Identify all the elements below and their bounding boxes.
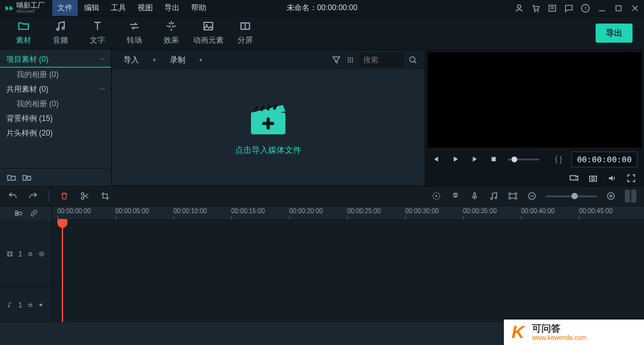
lock-icon[interactable] [27, 250, 33, 258]
search-input[interactable] [359, 53, 404, 67]
tree-project-media[interactable]: 项目素材 (0)﹀ [0, 52, 111, 67]
marker-icon[interactable] [450, 191, 461, 201]
tree-bg-samples[interactable]: 背景样例 (15) [0, 111, 111, 126]
tree-label: 共用素材 (0) [6, 84, 48, 95]
chevron-down-icon: ﹀ [99, 55, 106, 64]
volume-icon[interactable] [607, 173, 617, 183]
fullscreen-icon[interactable] [626, 173, 636, 183]
tree-intro-samples[interactable]: 片头样例 (20) [0, 126, 111, 141]
tab-audio[interactable]: 音频 [42, 17, 79, 48]
svg-point-11 [350, 59, 351, 60]
tab-label: 转场 [127, 35, 142, 46]
news-icon[interactable] [547, 3, 557, 13]
audio-track-body[interactable] [52, 288, 644, 321]
svg-rect-19 [570, 176, 576, 180]
zoom-fit-icon[interactable] [508, 191, 518, 201]
play-icon[interactable] [450, 154, 461, 164]
filter-icon[interactable] [331, 55, 341, 65]
svg-point-12 [352, 59, 353, 60]
volume-slider[interactable] [508, 158, 540, 160]
main-menu: 文件 编辑 工具 视图 导出 帮助 [52, 0, 211, 16]
titlebar: 喵影工厂 filmora9 文件 编辑 工具 视图 导出 帮助 未命名：00:0… [0, 0, 644, 17]
message-icon[interactable] [564, 3, 574, 13]
menu-file[interactable]: 文件 [52, 0, 78, 16]
lock-icon[interactable] [27, 301, 33, 309]
tab-transition[interactable]: 转场 [116, 17, 153, 48]
sparkle-icon [165, 20, 178, 32]
timeline-ruler[interactable]: 00:00:00:0000:00:05:0000:00:10:0000:00:1… [52, 206, 644, 220]
tree-shared-media[interactable]: 共用素材 (0)﹀ [0, 82, 111, 97]
tree-shared-album[interactable]: 我的相册 (0) [0, 97, 111, 111]
next-frame-icon[interactable] [469, 154, 480, 164]
new-folder-icon[interactable] [6, 172, 17, 183]
minimize-icon[interactable] [597, 3, 607, 13]
crop-icon[interactable] [100, 191, 110, 201]
menu-edit[interactable]: 编辑 [79, 0, 104, 16]
speaker-icon[interactable] [38, 300, 45, 309]
quality-icon[interactable] [569, 173, 579, 183]
menu-help[interactable]: 帮助 [186, 0, 211, 16]
svg-rect-3 [616, 6, 621, 11]
cart-icon[interactable] [531, 3, 541, 13]
playhead[interactable] [62, 220, 63, 322]
record-dropdown[interactable]: 录制▾ [165, 52, 208, 68]
audio-mixer-icon[interactable] [489, 191, 499, 201]
music-icon [54, 20, 67, 32]
menu-export[interactable]: 导出 [159, 0, 185, 16]
link-icon[interactable] [29, 209, 38, 218]
close-icon[interactable] [630, 3, 640, 13]
maximize-icon[interactable] [613, 3, 624, 13]
stop-icon[interactable] [489, 154, 499, 164]
menu-view[interactable]: 视图 [132, 0, 158, 16]
ruler-tick: 00:00:40:00 [521, 208, 578, 215]
prev-frame-icon[interactable] [431, 154, 441, 164]
ruler-tick: 00:00:20:00 [289, 208, 347, 215]
delete-icon[interactable] [59, 191, 69, 201]
watermark-k-icon: K [508, 322, 528, 342]
watermark-url: www.kewenda.com [532, 334, 587, 341]
watermark-brand: 可问答 [532, 323, 587, 334]
import-dropdown[interactable]: 导入▾ [118, 52, 161, 68]
media-drop-zone[interactable]: 点击导入媒体文件 [112, 69, 424, 185]
in-out-display: { } [555, 155, 562, 164]
svg-point-13 [348, 61, 349, 62]
cut-icon[interactable] [80, 191, 90, 201]
zoom-out-icon[interactable] [527, 191, 537, 201]
watermark: K 可问答 www.kewenda.com [504, 320, 644, 345]
redo-icon[interactable] [28, 191, 38, 201]
search-icon[interactable] [408, 55, 418, 65]
trash-folder-icon[interactable] [22, 172, 32, 183]
note-icon [6, 300, 13, 309]
svg-point-21 [592, 178, 594, 180]
svg-rect-26 [510, 194, 515, 199]
ruler-tick: 00:00:30:00 [405, 208, 462, 215]
export-button[interactable]: 导出 [596, 24, 633, 43]
voiceover-icon[interactable] [469, 191, 480, 201]
timeline-tracks: 1 1 [0, 220, 644, 322]
video-track-body[interactable] [52, 220, 644, 287]
svg-point-7 [348, 57, 349, 59]
grid-icon[interactable] [345, 55, 355, 65]
chevron-down-icon: ▾ [199, 57, 203, 63]
user-icon[interactable] [514, 3, 524, 13]
timeline-view-icon[interactable] [625, 190, 636, 202]
render-icon[interactable] [431, 191, 441, 201]
tab-effects[interactable]: 效果 [153, 17, 190, 48]
track-manager-icon[interactable] [14, 209, 23, 218]
tab-split[interactable]: 分屏 [227, 17, 264, 48]
tab-text[interactable]: 文字 [79, 17, 116, 48]
undo-icon[interactable] [8, 191, 18, 201]
tab-label: 素材 [16, 35, 31, 46]
timecode-display: 00:00:00:00 [571, 151, 638, 167]
eye-icon[interactable] [38, 250, 45, 258]
drop-text: 点击导入媒体文件 [235, 144, 301, 156]
tab-elements[interactable]: 动画元素 [190, 17, 227, 48]
tree-my-album[interactable]: 我的相册 (0) [0, 67, 111, 82]
menu-tools[interactable]: 工具 [106, 0, 131, 16]
zoom-in-icon[interactable] [606, 191, 616, 201]
help-icon[interactable]: ? [580, 3, 590, 13]
snapshot-icon[interactable] [588, 173, 598, 183]
tab-media[interactable]: 素材 [5, 17, 42, 48]
timeline-toolbar [0, 186, 644, 206]
zoom-slider[interactable] [546, 195, 597, 197]
